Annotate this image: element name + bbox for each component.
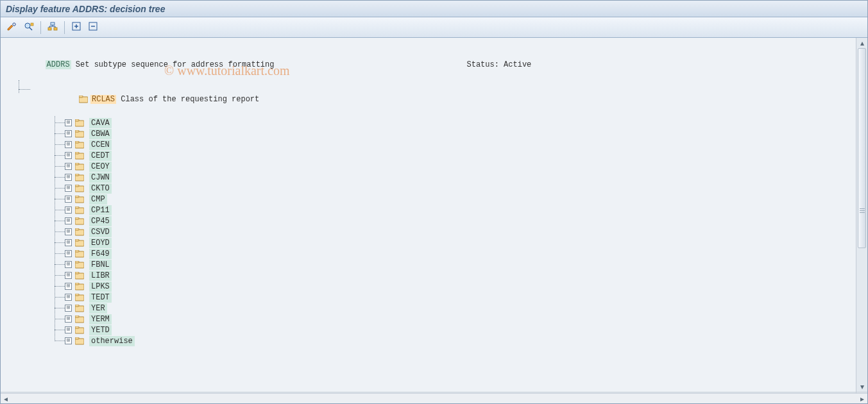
expander-icon[interactable]: ⊞ <box>65 250 72 257</box>
tree-root-row[interactable]: ADDRS Set subtype sequence for address f… <box>8 49 842 80</box>
tree-leaf[interactable]: ⊞LPKS <box>52 281 842 292</box>
titlebar: Display feature ADDRS: decision tree <box>1 1 867 17</box>
tree-children: ⊞CAVA⊞CBWA⊞CCEN⊞CEDT⊞CEOY⊞CJWN⊞CKTO⊞CMP⊞… <box>52 117 842 346</box>
other-object-button[interactable] <box>45 21 60 35</box>
folder-closed-icon <box>75 239 84 247</box>
expander-icon[interactable]: ⊞ <box>65 316 72 323</box>
svg-point-0 <box>13 23 15 26</box>
folder-closed-icon <box>75 152 84 160</box>
expander-icon[interactable]: ⊞ <box>65 130 72 137</box>
tree-leaf-label: LPKS <box>89 282 112 292</box>
expander-icon[interactable]: ⊞ <box>65 326 72 333</box>
collapse-icon <box>89 22 98 33</box>
check-button[interactable] <box>21 21 37 35</box>
expand-all-button[interactable] <box>69 21 84 35</box>
tree-leaf[interactable]: ⊞F649 <box>52 248 842 259</box>
tree-leaf[interactable]: ⊞LIBR <box>52 270 842 281</box>
tree-leaf[interactable]: ⊞CP11 <box>52 205 842 215</box>
scroll-left-arrow-icon[interactable]: ◂ <box>1 394 11 403</box>
expander-icon[interactable]: ⊞ <box>65 163 72 170</box>
expander-icon[interactable]: ⊞ <box>65 228 72 235</box>
change-display-button[interactable] <box>4 21 20 35</box>
scroll-grip-icon <box>860 208 865 214</box>
expander-icon[interactable]: ⊞ <box>65 305 72 312</box>
tree-leaf[interactable]: ⊞CMP <box>52 194 842 205</box>
tree-leaf[interactable]: ⊞EOYD <box>52 237 842 248</box>
tree-leaf[interactable]: ⊞CJWN <box>52 172 842 183</box>
svg-rect-46 <box>75 261 79 263</box>
folder-closed-icon <box>75 228 84 236</box>
scroll-up-arrow-icon[interactable]: ▴ <box>856 38 867 48</box>
app-window: Display feature ADDRS: decision tree <box>0 0 868 404</box>
tree-leaf[interactable]: ⊞YETD <box>52 324 842 335</box>
tree-leaf-label: YER <box>89 303 107 314</box>
tree-leaf[interactable]: ⊞CKTO <box>52 183 842 194</box>
tree-leaf-label: CBWA <box>89 129 112 139</box>
content-area: © www.tutorialkart.com ADDRS Set subtype… <box>1 38 867 403</box>
tree-leaf[interactable]: ⊞CSVD <box>52 226 842 237</box>
status-label: Status: Active <box>466 60 531 69</box>
decision-tree: ADDRS Set subtype sequence for address f… <box>8 49 842 346</box>
expander-icon[interactable]: ⊞ <box>65 141 72 148</box>
expander-icon[interactable]: ⊞ <box>65 174 72 181</box>
svg-rect-42 <box>75 239 79 241</box>
expander-icon[interactable]: ⊞ <box>65 206 72 214</box>
folder-closed-icon <box>75 272 84 280</box>
tree-leaf[interactable]: ⊞CP45 <box>52 215 842 226</box>
tree-leaf-label: LIBR <box>89 271 112 281</box>
toolbar-separator <box>64 21 65 34</box>
tree-leaf-label: CP11 <box>89 205 112 215</box>
hierarchy-box-icon <box>47 22 58 33</box>
expander-icon[interactable]: ⊞ <box>65 217 72 224</box>
expander-icon[interactable]: ⊞ <box>65 337 72 344</box>
vertical-scrollbar[interactable]: ▴ ▾ <box>856 38 867 392</box>
tree-leaf[interactable]: ⊞YERM <box>52 314 842 324</box>
scroll-right-arrow-icon[interactable]: ▸ <box>857 394 867 403</box>
tree-leaf[interactable]: ⊞CCEN <box>52 139 842 150</box>
tree-leaf-label: CEDT <box>89 151 112 161</box>
scroll-down-arrow-icon[interactable]: ▾ <box>856 382 867 392</box>
tree-leaf[interactable]: ⊞TEDT <box>52 292 842 303</box>
expander-icon[interactable]: ⊞ <box>65 152 72 159</box>
expand-icon <box>72 22 81 33</box>
expander-icon[interactable]: ⊞ <box>65 261 72 268</box>
expander-icon[interactable]: ⊞ <box>65 239 72 246</box>
svg-rect-24 <box>75 141 79 143</box>
expander-icon[interactable]: ⊞ <box>65 272 72 279</box>
tree-branch: RCLAS Class of the requesting report ⊞CA… <box>16 84 842 346</box>
tree-leaf-label: YETD <box>89 325 112 335</box>
tree-leaf[interactable]: ⊞CEDT <box>52 150 842 161</box>
svg-rect-32 <box>75 185 79 187</box>
tree-leaf-label: CSVD <box>89 227 112 237</box>
expander-icon[interactable]: ⊞ <box>65 294 72 301</box>
tree-leaf-label: F649 <box>89 249 112 259</box>
svg-line-3 <box>30 28 32 30</box>
expander-icon[interactable]: ⊞ <box>65 185 72 192</box>
status-value: Active <box>504 60 531 69</box>
tree-leaf[interactable]: ⊞CAVA <box>52 117 842 128</box>
tree-leaf[interactable]: ⊞CEOY <box>52 161 842 172</box>
tree-node-rclas[interactable]: RCLAS Class of the requesting report <box>16 84 842 115</box>
svg-rect-34 <box>75 196 79 198</box>
folder-closed-icon <box>75 283 84 290</box>
outer-horizontal-scrollbar[interactable]: ◂ ▸ <box>1 393 867 403</box>
tree-leaf[interactable]: ⊞otherwise <box>52 335 842 346</box>
tree-leaf-label: FBNL <box>89 260 112 270</box>
tree-leaf-label: CP45 <box>89 216 112 226</box>
folder-closed-icon <box>75 196 84 203</box>
scroll-track[interactable] <box>856 48 867 382</box>
tree-leaf[interactable]: ⊞YER <box>52 303 842 314</box>
tree-leaf[interactable]: ⊞CBWA <box>52 128 842 139</box>
collapse-all-button[interactable] <box>85 21 101 35</box>
svg-rect-58 <box>75 326 79 328</box>
expander-icon[interactable]: ⊞ <box>65 196 72 203</box>
folder-closed-icon <box>75 250 84 258</box>
svg-rect-60 <box>75 337 79 339</box>
scroll-track[interactable] <box>11 394 857 403</box>
scroll-thumb[interactable] <box>858 48 866 248</box>
tree-leaf[interactable]: ⊞FBNL <box>52 259 842 270</box>
expander-icon[interactable]: ⊞ <box>65 119 72 126</box>
rclas-code: RCLAS <box>90 95 116 104</box>
svg-rect-48 <box>75 272 79 274</box>
expander-icon[interactable]: ⊞ <box>65 283 72 290</box>
